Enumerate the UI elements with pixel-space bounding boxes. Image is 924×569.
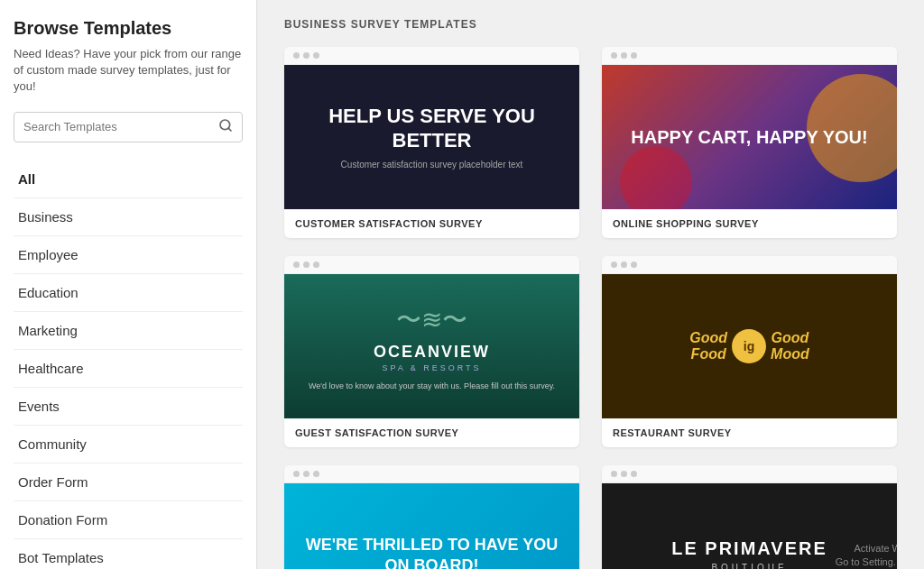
dot-3 [631,52,637,59]
dot-3 [313,52,319,59]
dot-2 [303,262,310,268]
search-input[interactable] [23,120,218,133]
dot-2 [303,52,310,59]
dot-1 [611,52,617,59]
dot-2 [621,471,627,477]
card-image-thrilled: WE'RE THRILLED TO HAVE YOU ON BOARD! [284,483,579,569]
oceanview-logo: OCEANVIEW [374,343,490,362]
restaurant-logo: GoodFood ig GoodMood [689,329,808,363]
sidebar-item-healthcare[interactable]: Healthcare [14,350,243,388]
card-dots-3 [284,256,579,274]
templates-grid: HELP US SERVE YOU BETTER Customer satisf… [284,47,897,569]
oceanview-tagline: SPA & RESORTS [382,363,481,372]
dot-2 [621,262,627,268]
primavere-boutique-text: BOUTIQUE [711,563,787,569]
template-card-guest-satisfaction[interactable]: 〜≋〜 OCEANVIEW SPA & RESORTS We'd love to… [284,256,579,447]
restaurant-text-1: GoodFood [689,330,727,363]
dot-1 [293,471,300,477]
sidebar-item-all[interactable]: All [14,161,243,198]
sidebar-item-business[interactable]: Business [14,198,243,236]
card-image-restaurant: GoodFood ig GoodMood [602,274,897,418]
nav-list: All Business Employee Education Marketin… [14,161,243,569]
sidebar-item-marketing[interactable]: Marketing [14,312,243,350]
search-icon [218,118,233,133]
dot-1 [611,262,617,268]
sidebar: Browse Templates Need Ideas? Have your p… [0,0,257,569]
wave-icon: 〜≋〜 [396,303,467,337]
sidebar-item-bot-templates[interactable]: Bot Templates [14,539,243,569]
card-image-customer-satisfaction: HELP US SERVE YOU BETTER Customer satisf… [284,65,579,209]
sidebar-subtitle: Need Ideas? Have your pick from our rang… [14,46,243,96]
dot-3 [631,262,637,268]
dot-1 [611,471,617,477]
activate-watermark: Activate WGo to Setting... [836,542,897,569]
card-image-online-shopping: Happy Cart, Happy You! [602,65,897,209]
card-label-guest-satisfaction: Guest Satisfaction Survey [284,418,579,447]
card-dots-4 [602,256,897,274]
dot-3 [313,471,319,477]
svg-line-1 [228,128,231,131]
sidebar-item-order-form[interactable]: Order Form [14,463,243,501]
dot-2 [621,52,627,59]
dot-1 [293,52,300,59]
card-image-oceanview: 〜≋〜 OCEANVIEW SPA & RESORTS We'd love to… [284,274,579,418]
sidebar-title: Browse Templates [14,18,243,39]
sidebar-item-education[interactable]: Education [14,274,243,312]
card-label-customer-satisfaction: Customer Satisfaction Survey [284,209,579,238]
dot-3 [631,471,637,477]
decorative-circle-2 [620,146,692,209]
sidebar-item-community[interactable]: Community [14,426,243,463]
dot-3 [313,262,319,268]
card-label-restaurant: Restaurant Survey [602,418,897,447]
card-dots-2 [602,47,897,65]
sidebar-item-donation-form[interactable]: Donation Form [14,501,243,539]
sidebar-item-employee[interactable]: Employee [14,236,243,274]
sidebar-item-events[interactable]: Events [14,388,243,426]
card-headline-2: Happy Cart, Happy You! [631,125,867,149]
card-dots [284,47,579,65]
dot-2 [303,471,310,477]
dot-1 [293,262,300,268]
section-title: Business Survey Templates [284,18,897,31]
template-card-restaurant[interactable]: GoodFood ig GoodMood Restaurant Survey [602,256,897,447]
template-card-customer-satisfaction[interactable]: HELP US SERVE YOU BETTER Customer satisf… [284,47,579,238]
card-subtext: Customer satisfaction survey placeholder… [341,160,523,170]
oceanview-subtext: We'd love to know about your stay with u… [309,381,555,390]
restaurant-circle-logo: ig [732,329,766,363]
primavere-main-text: LE PRIMAVERE [671,538,827,559]
card-dots-6 [602,465,897,483]
thrilled-headline: WE'RE THRILLED TO HAVE YOU ON BOARD! [298,535,566,569]
card-label-online-shopping: Online Shopping Survey [602,209,897,238]
search-button[interactable] [218,118,233,136]
main-content: Business Survey Templates HELP US SERVE … [257,0,924,569]
restaurant-text-2: GoodMood [771,330,809,363]
template-card-thrilled[interactable]: WE'RE THRILLED TO HAVE YOU ON BOARD! [284,465,579,569]
template-card-online-shopping[interactable]: Happy Cart, Happy You! Online Shopping S… [602,47,897,238]
template-card-primavere[interactable]: LE PRIMAVERE BOUTIQUE Activate WGo to Se… [602,465,897,569]
card-headline: HELP US SERVE YOU BETTER [298,105,566,152]
card-dots-5 [284,465,579,483]
search-box [14,112,243,142]
card-image-primavere: LE PRIMAVERE BOUTIQUE Activate WGo to Se… [602,483,897,569]
